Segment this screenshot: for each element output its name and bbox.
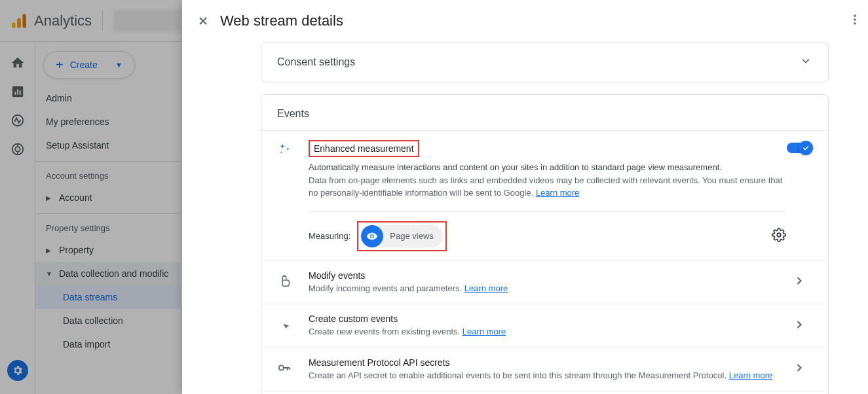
consent-settings-row[interactable]: Consent settings <box>261 42 829 82</box>
svg-point-14 <box>284 276 286 278</box>
svg-point-12 <box>854 22 856 24</box>
panel-header: Web stream details <box>182 0 868 42</box>
modify-title: Modify events <box>309 270 786 281</box>
enhanced-measurement-row: Enhanced measurement Automatically measu… <box>261 130 828 260</box>
learn-more-link[interactable]: Learn more <box>462 327 506 336</box>
custom-title: Create custom events <box>309 313 786 324</box>
consent-title: Consent settings <box>277 56 355 68</box>
highlight-box: Page views <box>357 221 446 251</box>
key-icon <box>277 366 292 377</box>
mpapi-title: Measurement Protocol API secrets <box>309 357 786 368</box>
more-options-button[interactable] <box>848 13 861 29</box>
learn-more-link[interactable]: Learn more <box>729 370 772 380</box>
svg-point-11 <box>854 18 856 20</box>
highlight-box: Enhanced measurement <box>309 140 419 157</box>
svg-point-13 <box>777 233 781 237</box>
svg-point-10 <box>854 15 856 17</box>
close-button[interactable] <box>195 13 211 29</box>
events-card: Events Enhanced measurement Auto <box>261 94 829 394</box>
learn-more-link[interactable]: Learn more <box>464 283 508 293</box>
settings-gear-button[interactable] <box>772 228 786 245</box>
chip-label: Page views <box>390 231 433 241</box>
chevron-right-icon <box>793 361 806 377</box>
chevron-right-icon <box>793 274 806 290</box>
svg-point-15 <box>279 366 284 370</box>
measurement-protocol-row[interactable]: Measurement Protocol API secrets Create … <box>261 348 828 391</box>
sparkle-icon <box>277 147 292 158</box>
enhanced-title: Enhanced measurement <box>314 143 414 154</box>
redact-data-row[interactable]: Redact data Email active URL query param… <box>261 391 828 394</box>
chevron-down-icon <box>799 54 812 70</box>
learn-more-link[interactable]: Learn more <box>536 188 579 198</box>
page-views-chip[interactable]: Page views <box>361 225 442 247</box>
measuring-label: Measuring: <box>309 231 350 241</box>
enhanced-desc-strong: Automatically measure interactions and c… <box>309 162 722 172</box>
chevron-right-icon <box>793 318 806 334</box>
touch-icon <box>277 279 292 290</box>
events-header: Events <box>261 95 828 126</box>
web-stream-details-panel: Web stream details Consent settings Even… <box>182 0 868 394</box>
modify-events-row[interactable]: Modify events Modify incoming events and… <box>261 260 828 304</box>
cursor-click-icon <box>277 323 292 334</box>
eye-icon <box>361 225 383 247</box>
panel-title: Web stream details <box>220 12 343 29</box>
create-custom-events-row[interactable]: Create custom events Create new events f… <box>261 304 828 348</box>
enhanced-measurement-toggle[interactable] <box>787 143 812 153</box>
